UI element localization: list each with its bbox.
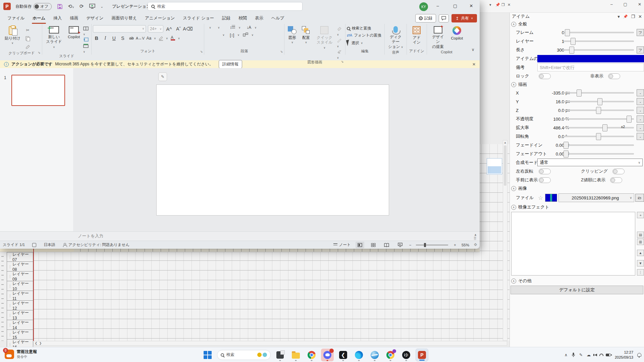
drag-handle-icon[interactable]: ⋮ (8, 313, 11, 317)
font-color-icon[interactable]: A (169, 35, 177, 42)
drag-handle-icon[interactable]: ⋮ (8, 284, 11, 288)
section-general[interactable]: ∧ 全般 (510, 20, 644, 28)
drag-handle-icon[interactable]: ⋮ (8, 265, 11, 268)
panel-dropdown-icon[interactable]: ▾ (618, 14, 620, 19)
timeline-layer-row[interactable]: ⋮ レイヤー 12 (7, 301, 33, 310)
save-icon[interactable] (57, 4, 63, 9)
layout-icon[interactable]: ∨ (83, 26, 90, 36)
drag-handle-icon[interactable]: ⋮ (8, 343, 11, 346)
edge-button[interactable]: - (637, 116, 644, 123)
collapse-icon[interactable]: ∧ (511, 279, 516, 284)
arrange-button[interactable]: 配置∨ (300, 25, 312, 45)
add-effect-button[interactable]: ＋ (637, 212, 644, 218)
section-draw[interactable]: ∧ 描画 (510, 80, 644, 88)
timeline-vscrollbar[interactable]: ▲ (503, 140, 507, 341)
zoom-out-icon[interactable]: − (409, 243, 412, 247)
ribbon-tab[interactable]: 描画 (66, 13, 82, 24)
slider-track[interactable]: x2 (563, 127, 634, 128)
paste-button[interactable]: 貼り付け ∨ (3, 25, 22, 46)
slide-sorter-view-button[interactable] (369, 242, 378, 248)
strikethrough-button[interactable]: ab (128, 35, 135, 42)
collapse-icon[interactable]: ∧ (511, 205, 516, 210)
save-preset2-icon[interactable]: ▥ (637, 239, 644, 245)
drag-handle-icon[interactable]: ⋮ (8, 333, 11, 337)
section-image[interactable]: ∧ 画像 (510, 184, 644, 192)
left-toggle[interactable] (539, 177, 551, 183)
text-direction-icon[interactable]: ↓A (247, 25, 251, 30)
shape-fill-icon[interactable]: ∨ (337, 26, 344, 37)
font-name-combobox[interactable]: ∨ (93, 25, 146, 33)
panel-close-icon[interactable]: ✕ (638, 14, 642, 19)
edge-button[interactable]: - (637, 124, 644, 131)
panel-close-icon[interactable]: ✕ (507, 3, 511, 7)
slideshow-view-button[interactable] (396, 242, 405, 248)
normal-view-button[interactable] (356, 242, 364, 248)
slider-thumb[interactable] (597, 98, 602, 105)
slider-track[interactable] (563, 110, 634, 111)
timeline-layer-row[interactable]: ⋮ レイヤー 13 (7, 310, 33, 320)
microphone-tray-icon[interactable] (572, 352, 575, 357)
slider-track[interactable] (563, 32, 634, 33)
timeline-layer-row[interactable]: ⋮ レイヤー 11 (7, 291, 33, 301)
drag-handle-icon[interactable]: ⋮ (8, 275, 11, 278)
text-shadow-button[interactable]: S (119, 35, 126, 42)
edge-button[interactable]: - (637, 98, 644, 105)
slider-track[interactable] (563, 118, 634, 120)
shape-outline-icon[interactable]: ∨ (337, 38, 344, 48)
bold-button[interactable]: B (93, 35, 100, 42)
bg-maximize-icon[interactable]: ▢ (624, 2, 627, 7)
pen-tray-icon[interactable]: ✎ (579, 353, 583, 357)
edge-button[interactable]: フ (637, 29, 644, 36)
record-button[interactable]: 記録 (415, 14, 436, 22)
copilot-button[interactable]: Copilot (449, 25, 465, 42)
spellcheck-icon[interactable] (32, 243, 36, 247)
section-other[interactable]: ∧ その他 (510, 277, 644, 285)
share-button[interactable]: ↥共有∨ (451, 14, 477, 22)
bg-minimize-icon[interactable]: – (610, 2, 613, 7)
taskbar-app-chrome[interactable] (305, 349, 318, 361)
notes-toggle[interactable]: ノート (333, 242, 351, 247)
dialog-launcher-icon[interactable]: ⇘ (280, 50, 283, 53)
ribbon-tab[interactable]: 挿入 (49, 13, 66, 24)
weather-widget[interactable]: 8 雷雨注意報 発令中 (5, 349, 37, 359)
file-select[interactable]: 2025091312260969.png ∨ (558, 193, 634, 202)
addins-button[interactable]: アドイン (411, 25, 423, 46)
redo-icon[interactable]: ⟳ (79, 3, 84, 9)
edge-button[interactable]: - (637, 107, 644, 114)
taskbar-app-chrome-profile[interactable] (384, 349, 397, 361)
slide-canvas[interactable] (156, 84, 389, 216)
ribbon-tab[interactable]: ホーム (29, 13, 49, 24)
hidden-toggle[interactable] (608, 73, 620, 79)
accessibility-status[interactable]: アクセシビリティ: 問題ありません (63, 242, 129, 247)
language-status[interactable]: 日本語 (44, 242, 55, 247)
autosave-control[interactable]: 自動保存 オフ (15, 3, 52, 10)
dismiss-notification-icon[interactable]: ✕ (472, 62, 476, 67)
line-spacing-icon[interactable]: ↕ (230, 25, 235, 30)
note-input[interactable]: Shift+Enterで改行 (537, 63, 644, 71)
collapse-icon[interactable]: ∧ (511, 82, 516, 87)
blend-mode-dropdown[interactable]: 通常 ∨ (537, 159, 643, 166)
taskbar-app-yukkuri[interactable]: ゆ (400, 349, 413, 361)
left-toggle[interactable] (539, 169, 551, 174)
powerpoint-logo-icon[interactable]: P (3, 3, 11, 10)
slider-track[interactable] (563, 101, 634, 102)
slider-thumb[interactable] (602, 124, 607, 131)
taskbar-app-screenshot-tool[interactable] (274, 349, 286, 361)
dialog-launcher-icon[interactable]: ⇘ (341, 60, 344, 63)
ribbon-tab[interactable]: 校閲 (234, 13, 251, 24)
vscroll-thumb[interactable] (504, 145, 506, 186)
floating-tool-button[interactable]: ✎ (158, 72, 167, 81)
slider-thumb[interactable] (569, 47, 574, 54)
italic-button[interactable]: I (102, 35, 109, 42)
taskbar-app-viewer[interactable] (368, 349, 381, 361)
zoom-in-icon[interactable]: ＋ (453, 242, 457, 247)
drag-handle-icon[interactable]: ⋮ (8, 323, 11, 327)
ribbon-tab[interactable]: ファイル (3, 13, 29, 24)
replace-font-button[interactable]: ⇄Aフォントの置換 (347, 33, 383, 38)
collapse-icon[interactable]: ∧ (511, 22, 516, 27)
search-box[interactable]: 検索 (148, 2, 303, 11)
slider-track[interactable] (563, 49, 634, 51)
autosave-toggle-icon[interactable] (35, 4, 39, 9)
slider-thumb[interactable] (577, 89, 582, 97)
right-toggle[interactable] (610, 177, 622, 183)
